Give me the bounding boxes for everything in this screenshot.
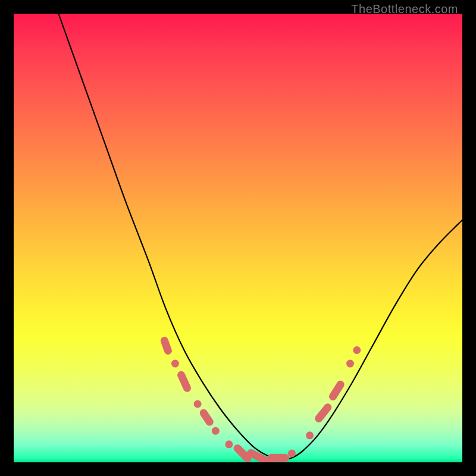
plot-area bbox=[14, 14, 462, 462]
curve-marker bbox=[306, 431, 314, 439]
curve-marker bbox=[353, 346, 361, 354]
curve-marker bbox=[346, 360, 354, 368]
curve-marker bbox=[181, 375, 187, 388]
curve-marker bbox=[212, 427, 220, 435]
curve-marker bbox=[194, 400, 202, 408]
curve-marker bbox=[225, 440, 233, 448]
curve-marker bbox=[251, 453, 270, 462]
watermark-text: TheBottleneck.com bbox=[351, 2, 458, 16]
curve-marker bbox=[237, 448, 248, 458]
chart-frame: TheBottleneck.com bbox=[0, 0, 476, 476]
curve-marker bbox=[319, 408, 328, 419]
curve-marker bbox=[171, 360, 179, 368]
marker-group bbox=[164, 341, 361, 463]
bottleneck-curve bbox=[58, 14, 462, 459]
curve-marker bbox=[288, 449, 296, 457]
curve-svg bbox=[14, 14, 462, 462]
curve-marker bbox=[164, 341, 168, 351]
curve-marker bbox=[203, 413, 209, 422]
curve-marker bbox=[333, 384, 341, 396]
